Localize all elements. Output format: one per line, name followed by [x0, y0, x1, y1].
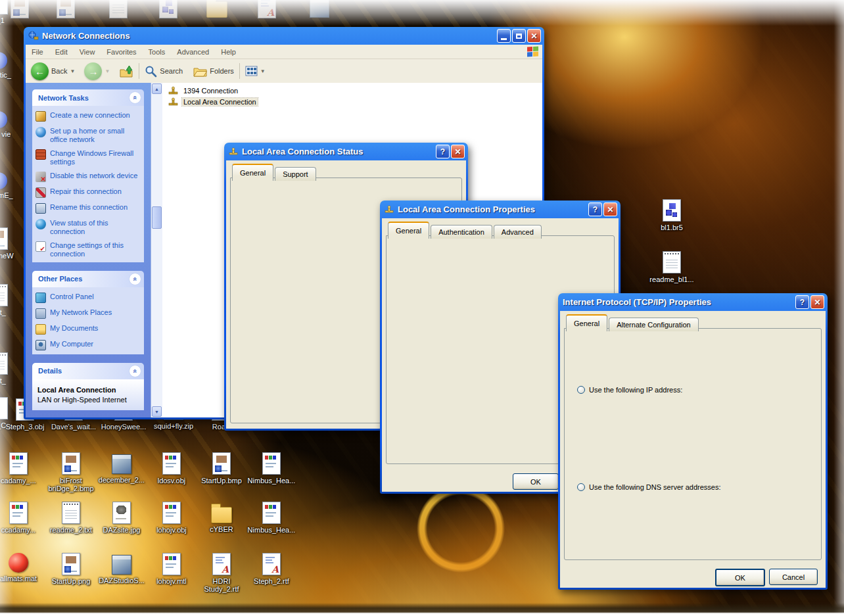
- desktop-icon[interactable]: [212, 553, 231, 575]
- task-repair-connection[interactable]: Repair this connection: [35, 187, 141, 198]
- desktop-icon-label[interactable]: Hey neW: [0, 252, 14, 260]
- desktop-icon-label[interactable]: HDRI Study_2.rtf: [197, 577, 246, 594]
- close-button[interactable]: ✕: [810, 295, 824, 309]
- desktop-icon[interactable]: [0, 52, 7, 69]
- desktop-icon[interactable]: [112, 454, 131, 474]
- minimize-button[interactable]: [497, 29, 511, 43]
- desktop-icon-label[interactable]: StartUp.bmp: [201, 477, 242, 485]
- task-setup-home-network[interactable]: Set up a home or small office network: [35, 127, 141, 144]
- dialog-titlebar[interactable]: Local Area Connection Status ? ✕: [224, 143, 468, 160]
- desktop-icon[interactable]: [0, 0, 8, 14]
- task-pane-scrollbar[interactable]: ▲ ▼: [151, 83, 162, 417]
- scrollbar-thumb[interactable]: [152, 206, 162, 229]
- forward-dropdown-icon[interactable]: ▼: [105, 68, 110, 74]
- task-rename-connection[interactable]: Rename this connection: [35, 203, 141, 214]
- cancel-button[interactable]: Cancel: [769, 569, 818, 585]
- desktop-icon[interactable]: [663, 251, 681, 273]
- desktop-icon[interactable]: [262, 553, 281, 575]
- task-change-settings[interactable]: Change settings of this connection: [35, 241, 141, 258]
- menu-view[interactable]: View: [74, 48, 101, 56]
- desktop-icon-label[interactable]: StartUp.png: [52, 577, 91, 585]
- collapse-chevron-icon[interactable]: «: [129, 91, 141, 104]
- desktop-icon-label[interactable]: bl1.br5: [661, 224, 683, 231]
- window-titlebar[interactable]: Network Connections ✕: [24, 27, 544, 45]
- desktop-icon-label[interactable]: biFrost briDge_2.bmp: [46, 477, 96, 493]
- place-my-documents[interactable]: My Documents: [35, 324, 141, 335]
- help-button[interactable]: ?: [588, 202, 602, 216]
- desktop-icon[interactable]: [9, 502, 28, 524]
- faded-desktop-icon[interactable]: [258, 0, 276, 18]
- use-dns-radio-row[interactable]: Use the following DNS server addresses:: [577, 483, 724, 491]
- desktop-icon-label[interactable]: lohojv.obj: [156, 526, 187, 534]
- faded-desktop-icon[interactable]: [206, 1, 227, 18]
- desktop-icon-label[interactable]: Steph_2.rtf: [254, 577, 289, 585]
- desktop-icon-label[interactable]: lohojv.mtl: [156, 577, 187, 585]
- tab-alternate-configuration[interactable]: Alternate Configuration: [609, 318, 699, 331]
- ok-button[interactable]: OK: [513, 473, 559, 490]
- tab-support[interactable]: Support: [275, 167, 316, 181]
- desktop-icon[interactable]: [663, 199, 681, 222]
- desktop-icon[interactable]: [0, 111, 7, 128]
- desktop-icon-label[interactable]: DAZStudioS...: [99, 577, 145, 584]
- desktop-icon[interactable]: [62, 502, 80, 524]
- desktop-icon[interactable]: [0, 172, 7, 189]
- help-button[interactable]: ?: [436, 145, 450, 158]
- desktop-icon-label[interactable]: squid+fly.zip: [154, 422, 193, 430]
- ok-button[interactable]: OK: [715, 569, 765, 586]
- dialog-titlebar[interactable]: Internet Protocol (TCP/IP) Properties ? …: [558, 293, 828, 311]
- close-button[interactable]: ✕: [603, 202, 617, 216]
- radio-button[interactable]: [577, 386, 585, 394]
- desktop-icon-label[interactable]: ldosv.obj: [158, 477, 186, 485]
- scroll-up-icon[interactable]: ▲: [152, 83, 162, 94]
- faded-desktop-icon[interactable]: [109, 0, 128, 18]
- desktop-icon[interactable]: [262, 452, 281, 475]
- desktop-icon[interactable]: [9, 553, 28, 573]
- details-header[interactable]: Details «: [32, 363, 144, 379]
- desktop-icon-label[interactable]: cadamy_...: [1, 477, 36, 485]
- desktop-icon-label[interactable]: Dave's_wait...: [51, 423, 96, 431]
- back-dropdown-icon[interactable]: ▼: [70, 68, 75, 74]
- menu-help[interactable]: Help: [215, 48, 242, 56]
- desktop-icon[interactable]: [162, 452, 181, 475]
- forward-icon[interactable]: →: [84, 62, 102, 80]
- connection-item-1394[interactable]: 1394 Connection: [168, 85, 542, 96]
- back-icon[interactable]: ←: [31, 62, 49, 80]
- desktop-icon-label[interactable]: december_2...: [99, 476, 145, 484]
- desktop-icon-label[interactable]: Nimbus_Hea...: [248, 477, 296, 485]
- menu-favorites[interactable]: Favorites: [101, 48, 142, 56]
- views-dropdown-icon[interactable]: ▼: [260, 68, 266, 74]
- scroll-down-icon[interactable]: ▼: [152, 406, 162, 417]
- desktop-icon[interactable]: [112, 502, 131, 524]
- menu-file[interactable]: File: [26, 48, 49, 56]
- desktop-icon-label[interactable]: lt_1: [0, 16, 5, 24]
- desktop-icon-label[interactable]: st C vie: [0, 130, 11, 138]
- desktop-icon[interactable]: [162, 553, 181, 575]
- desktop-icon[interactable]: [0, 227, 8, 250]
- faded-desktop-icon[interactable]: [57, 0, 75, 18]
- desktop-icon-label[interactable]: Te ptic_: [0, 71, 11, 79]
- desktop-icon[interactable]: [62, 452, 80, 475]
- desktop-icon-label[interactable]: HoneySwee...: [101, 423, 146, 431]
- up-folder-icon[interactable]: [119, 64, 133, 78]
- desktop-icon-label[interactable]: readme_bl1...: [649, 275, 693, 283]
- desktop-icon[interactable]: [112, 555, 131, 575]
- connection-item-local-area[interactable]: Local Area Connection: [168, 96, 542, 107]
- place-control-panel[interactable]: Control Panel: [35, 293, 141, 303]
- task-create-new-connection[interactable]: Create a new connection: [35, 111, 141, 122]
- tab-general[interactable]: General: [566, 314, 607, 331]
- place-my-computer[interactable]: My Computer: [35, 340, 141, 350]
- tab-general[interactable]: General: [232, 164, 273, 181]
- folders-icon[interactable]: [193, 66, 207, 77]
- desktop-icon-label[interactable]: Hilt_: [0, 377, 6, 385]
- tab-general[interactable]: General: [388, 222, 429, 239]
- faded-desktop-icon[interactable]: [310, 0, 329, 18]
- desktop-icon[interactable]: [62, 553, 80, 575]
- desktop-icon-label[interactable]: Hilt_: [0, 308, 6, 316]
- close-button[interactable]: ✕: [451, 145, 465, 158]
- views-icon[interactable]: [245, 66, 258, 76]
- folder-icon[interactable]: [211, 507, 232, 523]
- task-view-status[interactable]: View status of this connection: [35, 219, 141, 236]
- desktop-icon-label[interactable]: readme_2.txt: [50, 526, 92, 534]
- network-tasks-header[interactable]: Network Tasks «: [32, 89, 144, 106]
- use-ip-radio-row[interactable]: Use the following IP address:: [577, 386, 685, 394]
